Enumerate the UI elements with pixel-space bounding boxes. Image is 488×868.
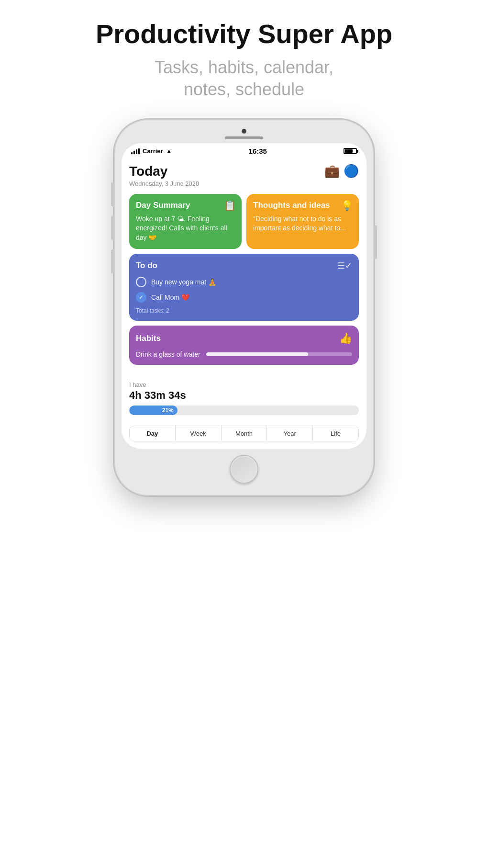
todo-item-2[interactable]: ✓ Call Mom ❤️	[136, 292, 352, 303]
todo-total: Total tasks: 2	[136, 307, 352, 314]
app-header-left: Today Wednesday, 3 June 2020	[129, 164, 199, 187]
thoughts-title: Thoughts and ideas	[253, 201, 352, 210]
status-right	[344, 148, 357, 154]
habits-header: Habits 👍	[136, 332, 352, 345]
page-subtitle: Tasks, habits, calendar, notes, schedule	[155, 56, 333, 101]
today-title: Today	[129, 164, 199, 179]
phone-mockup: Carrier ▲ 16:35 Today Wednesday, 3 June …	[115, 120, 373, 495]
speaker-bar	[225, 136, 263, 139]
profile-icon[interactable]: 🔵	[344, 164, 359, 179]
todo-list-icon: ☰✓	[337, 260, 352, 271]
status-left: Carrier ▲	[131, 147, 172, 155]
signal-bars-icon	[131, 148, 140, 154]
todo-text-2: Call Mom ❤️	[151, 293, 189, 301]
lightbulb-icon: 💡	[341, 200, 353, 211]
front-camera	[242, 129, 246, 134]
habit-progress-fill	[206, 352, 309, 356]
todo-item-1[interactable]: Buy new yoga mat 🧘	[136, 277, 352, 287]
habit-text-1: Drink a glass of water	[136, 350, 200, 358]
tab-month[interactable]: Month	[222, 426, 267, 441]
time-label: I have	[129, 381, 359, 388]
app-header-icons: 💼 🔵	[324, 164, 359, 179]
today-date: Wednesday, 3 June 2020	[129, 180, 199, 187]
battery-icon	[344, 148, 357, 154]
progress-label: 21%	[162, 407, 174, 414]
thoughts-body: "Deciding what not to do is as important…	[253, 214, 352, 233]
day-progress-fill: 21%	[129, 406, 177, 415]
day-progress-container: 21%	[129, 406, 359, 415]
thoughts-card[interactable]: 💡 Thoughts and ideas "Deciding what not …	[246, 194, 359, 249]
day-summary-title: Day Summary	[136, 201, 235, 210]
page-title: Productivity Super App	[96, 19, 392, 49]
phone-screen: Carrier ▲ 16:35 Today Wednesday, 3 June …	[122, 143, 366, 449]
home-button[interactable]	[230, 455, 258, 484]
carrier-label: Carrier	[143, 147, 163, 155]
todo-text-1: Buy new yoga mat 🧘	[151, 278, 216, 286]
phone-top-notch	[122, 129, 366, 139]
thumbs-up-icon: 👍	[339, 332, 352, 345]
phone-bottom	[122, 449, 366, 486]
app-content: Today Wednesday, 3 June 2020 💼 🔵 📋 Day S…	[122, 158, 366, 377]
app-header: Today Wednesday, 3 June 2020 💼 🔵	[129, 164, 359, 187]
time-value: 4h 33m 34s	[129, 389, 359, 402]
habits-card[interactable]: Habits 👍 Drink a glass of water	[129, 326, 359, 365]
tab-day[interactable]: Day	[130, 426, 176, 441]
tab-year[interactable]: Year	[267, 426, 313, 441]
status-bar: Carrier ▲ 16:35	[122, 143, 366, 158]
habit-item-1: Drink a glass of water	[136, 350, 352, 358]
day-summary-card[interactable]: 📋 Day Summary Woke up at 7 🌤. Feeling en…	[129, 194, 242, 249]
todo-check-2[interactable]: ✓	[136, 292, 146, 303]
status-time: 16:35	[249, 147, 267, 155]
tab-bar: Day Week Month Year Life	[129, 426, 359, 441]
tab-life[interactable]: Life	[313, 426, 358, 441]
tab-week[interactable]: Week	[176, 426, 222, 441]
briefcase-icon[interactable]: 💼	[324, 164, 340, 179]
habits-title: Habits	[136, 334, 161, 343]
cards-row: 📋 Day Summary Woke up at 7 🌤. Feeling en…	[129, 194, 359, 249]
todo-card[interactable]: To do ☰✓ Buy new yoga mat 🧘 ✓ Call Mom ❤…	[129, 254, 359, 321]
battery-fill	[345, 149, 353, 153]
day-summary-body: Woke up at 7 🌤. Feeling energized! Calls…	[136, 214, 235, 243]
note-icon: 📋	[224, 200, 236, 211]
todo-header: To do ☰✓	[136, 260, 352, 271]
time-section: I have 4h 33m 34s 21%	[122, 377, 366, 426]
wifi-icon: ▲	[166, 147, 172, 155]
todo-circle-1[interactable]	[136, 277, 146, 287]
habit-progress-bar	[206, 352, 352, 356]
todo-title: To do	[136, 261, 157, 271]
